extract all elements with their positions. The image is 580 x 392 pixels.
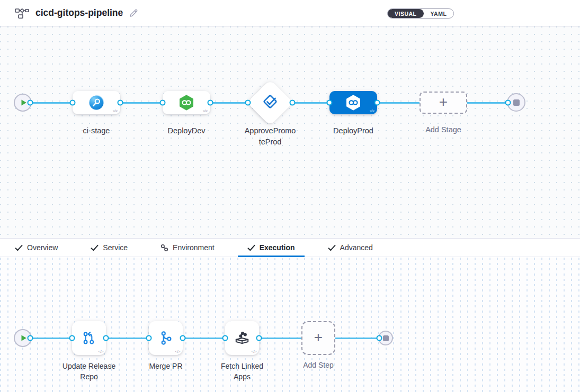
tab-overview[interactable]: Overview bbox=[5, 239, 67, 257]
connector-port[interactable] bbox=[180, 335, 186, 341]
check-icon bbox=[91, 244, 99, 251]
stage-label-deployprod: DeployProd bbox=[322, 125, 385, 136]
tab-label: Advanced bbox=[340, 243, 373, 252]
connector-port[interactable] bbox=[290, 100, 296, 106]
connector-port[interactable] bbox=[146, 335, 152, 341]
connector-port[interactable] bbox=[28, 100, 33, 106]
visual-yaml-toggle: VISUAL YAML bbox=[387, 8, 454, 19]
tab-label: Environment bbox=[173, 243, 215, 252]
tab-label: Execution bbox=[260, 243, 295, 252]
add-stage-label: Add Stage bbox=[412, 124, 475, 135]
execution-canvas[interactable]: </> </> </> bbox=[0, 257, 580, 392]
check-icon bbox=[328, 244, 336, 251]
tab-advanced[interactable]: Advanced bbox=[318, 239, 382, 257]
plus-icon: + bbox=[439, 95, 448, 110]
page-title: cicd-gitops-pipeline bbox=[35, 7, 123, 19]
tab-service[interactable]: Service bbox=[81, 239, 137, 257]
stage-label-deploydev: DeployDev bbox=[155, 125, 218, 136]
code-badge-icon: </> bbox=[113, 108, 118, 113]
connector-port[interactable] bbox=[28, 335, 33, 341]
stage-node-deploydev[interactable]: </> bbox=[163, 91, 210, 114]
stage-node-ci-stage[interactable]: </> bbox=[73, 91, 120, 114]
step-label-fetch-linked-apps: Fetch Linked Apps bbox=[213, 361, 271, 382]
connector-port[interactable] bbox=[69, 335, 75, 341]
code-badge-icon: </> bbox=[252, 349, 256, 354]
app-header: cicd-gitops-pipeline VISUAL YAML bbox=[0, 0, 580, 26]
plus-icon: + bbox=[314, 330, 323, 345]
visual-toggle-button[interactable]: VISUAL bbox=[388, 9, 424, 18]
code-badge-icon: </> bbox=[203, 108, 208, 113]
check-icon bbox=[247, 244, 255, 251]
connector-port[interactable] bbox=[103, 335, 109, 341]
connector-port[interactable] bbox=[245, 100, 251, 106]
stop-icon bbox=[513, 99, 520, 106]
step-node-merge-pr[interactable]: </> bbox=[149, 321, 183, 355]
cd-hexagon-infinity-icon bbox=[345, 95, 361, 111]
cd-hexagon-infinity-icon bbox=[179, 95, 194, 111]
code-badge-icon: </> bbox=[99, 349, 103, 354]
connector-port[interactable] bbox=[160, 100, 166, 106]
git-update-icon bbox=[81, 330, 97, 347]
add-step-button[interactable]: + bbox=[301, 321, 335, 355]
connector-port[interactable] bbox=[505, 100, 511, 106]
tab-label: Overview bbox=[27, 243, 58, 252]
connector-port[interactable] bbox=[374, 100, 380, 106]
step-label-update-release-repo: Update Release Repo bbox=[59, 361, 119, 382]
step-node-fetch-linked-apps[interactable]: </> bbox=[225, 321, 259, 355]
code-badge-icon: </> bbox=[370, 108, 374, 113]
pipeline-graph-icon bbox=[15, 7, 29, 19]
connector-port[interactable] bbox=[222, 335, 228, 341]
connector-port[interactable] bbox=[377, 335, 382, 341]
stage-config-tabbar: Overview Service Environment Execution A… bbox=[0, 238, 580, 257]
stage-canvas[interactable]: </> </> bbox=[0, 26, 580, 238]
connector-port[interactable] bbox=[256, 335, 262, 341]
approval-diamond-check-icon[interactable] bbox=[260, 92, 280, 114]
stage-label-ci-stage: ci-stage bbox=[65, 125, 128, 136]
tab-execution[interactable]: Execution bbox=[238, 239, 305, 257]
git-merge-icon bbox=[157, 330, 174, 347]
tab-label: Service bbox=[103, 243, 128, 252]
tab-environment[interactable]: Environment bbox=[151, 239, 224, 257]
connector-port[interactable] bbox=[327, 100, 333, 106]
fetch-linked-apps-icon bbox=[234, 330, 251, 347]
add-step-label: Add Step bbox=[289, 360, 347, 370]
environment-icon bbox=[160, 244, 168, 252]
code-badge-icon: </> bbox=[175, 349, 180, 354]
check-icon bbox=[15, 244, 23, 251]
edit-pencil-icon bbox=[129, 8, 138, 17]
ci-build-icon bbox=[88, 95, 104, 111]
connector-port[interactable] bbox=[118, 100, 123, 106]
play-icon bbox=[21, 99, 27, 106]
yaml-toggle-button[interactable]: YAML bbox=[424, 9, 454, 18]
play-icon bbox=[21, 334, 27, 342]
stage-node-deployprod[interactable]: </> bbox=[329, 91, 377, 114]
connector-port[interactable] bbox=[208, 100, 213, 106]
add-stage-button[interactable]: + bbox=[420, 92, 467, 114]
edit-pipeline-name-button[interactable] bbox=[128, 7, 139, 19]
connector-port[interactable] bbox=[70, 100, 76, 106]
stop-icon bbox=[383, 335, 389, 341]
step-node-update-release-repo[interactable]: </> bbox=[72, 321, 106, 355]
step-label-merge-pr: Merge PR bbox=[134, 361, 198, 371]
stage-label-approvepromoteprod: ApprovePromoteProd bbox=[244, 125, 297, 148]
